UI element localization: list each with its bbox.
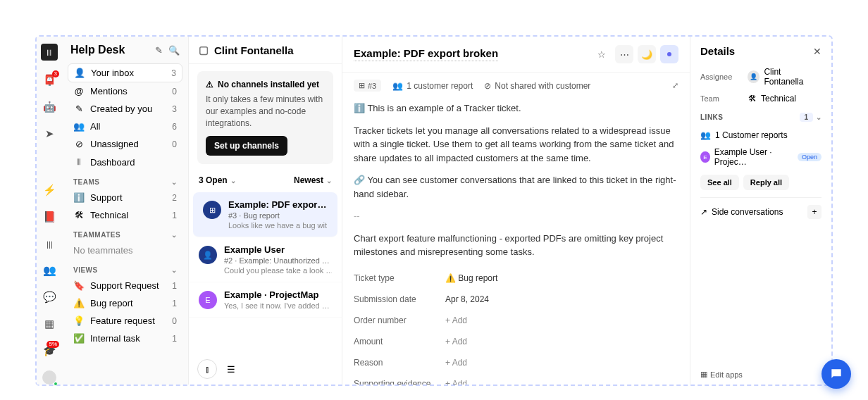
nav-item-created-by-you[interactable]: ✎ Created by you 3: [68, 100, 182, 118]
nav-item-your-inbox[interactable]: 👤 Your inbox 3: [68, 63, 182, 82]
chevron-down-icon[interactable]: ⌄: [171, 266, 178, 274]
rail-grad-icon[interactable]: 🎓5%: [42, 344, 56, 358]
nav-item-icon: 🔖: [73, 280, 85, 291]
view-internal-task[interactable]: ✅ Internal task 1: [68, 330, 182, 347]
rail-grid-icon[interactable]: ▦: [42, 317, 56, 331]
nav-item-count: 1: [172, 299, 177, 308]
filter-sort[interactable]: Newest⌄: [294, 175, 332, 185]
star-icon[interactable]: ☆: [593, 45, 611, 63]
nav-item-label: Your inbox: [91, 68, 166, 78]
ticket-tag[interactable]: ⊞#3: [354, 80, 381, 92]
field-label: Reason: [354, 356, 445, 369]
nav-item-label: Feature request: [90, 315, 166, 326]
app-logo[interactable]: ⫼: [41, 44, 58, 61]
view-support-request[interactable]: 🔖 Support Request 1: [68, 277, 182, 294]
add-side-conv-button[interactable]: +: [807, 205, 822, 219]
conversation-item[interactable]: E Example · ProjectMap Yes, I see it now…: [189, 282, 342, 318]
layout-split-icon[interactable]: ⫿: [197, 359, 217, 379]
see-all-button[interactable]: See all: [700, 175, 739, 190]
ticket-title[interactable]: Example: PDF export broken: [354, 47, 498, 61]
conv-preview: Looks like we have a bug wit…: [228, 221, 328, 230]
field-value[interactable]: + Add: [445, 356, 467, 369]
messenger-fab[interactable]: [822, 359, 851, 389]
search-icon[interactable]: 🔍: [168, 45, 180, 56]
chevron-down-icon[interactable]: ⌄: [816, 113, 822, 121]
details-panel: Details ✕ Assignee 👤Clint Fontanella Tea…: [690, 37, 831, 385]
field-label: Supporting evidence: [354, 377, 445, 385]
compose-icon[interactable]: ✎: [155, 45, 163, 56]
nav-item-label: Mentions: [90, 86, 166, 96]
nav-item-icon: ℹ️: [73, 192, 85, 203]
nav-item-mentions[interactable]: @ Mentions 0: [68, 82, 182, 100]
conversation-item[interactable]: ⊞ Example: PDF export broken #3 · Bug re…: [193, 192, 337, 237]
collapse-icon[interactable]: ⤢: [672, 81, 678, 90]
rail-chart-icon[interactable]: ⫼: [42, 237, 56, 251]
rail-bolt-icon[interactable]: ⚡: [42, 183, 56, 197]
layout-list-icon[interactable]: ☰: [221, 359, 241, 379]
nav-item-label: Unassigned: [90, 139, 166, 149]
field-value[interactable]: + Add: [445, 314, 467, 327]
no-teammates: No teammates: [68, 242, 182, 259]
rail-avatar[interactable]: [42, 370, 56, 385]
nav-sidebar: Help Desk ✎ 🔍 👤 Your inbox 3 @ Mentions …: [62, 37, 189, 385]
field-label: Submission date: [354, 293, 445, 306]
ticket-p1: ℹ️ This is an example of a Tracker ticke…: [354, 101, 678, 115]
field-value[interactable]: + Add: [445, 377, 467, 385]
nav-item-count: 3: [172, 104, 177, 114]
field-row: Order number + Add: [354, 310, 678, 331]
more-icon[interactable]: ⋯: [615, 45, 633, 63]
conv-list-title: Clint Fontanella: [214, 44, 294, 56]
section-views: VIEWS: [73, 266, 98, 274]
nav-item-all[interactable]: 👥 All 6: [68, 118, 182, 135]
field-value: Apr 8, 2024: [445, 293, 489, 306]
warning-icon: ⚠: [206, 80, 213, 89]
rail-msg-icon[interactable]: 💬: [42, 290, 56, 304]
filter-open[interactable]: 3 Open⌄: [199, 175, 236, 185]
conv-title: Example: PDF export broken: [228, 199, 328, 210]
field-value[interactable]: + Add: [445, 335, 467, 348]
conv-subtitle: #3 · Bug report: [228, 211, 328, 220]
nav-item-dashboard[interactable]: ⫴ Dashboard: [68, 153, 182, 171]
nav-item-unassigned[interactable]: ⊘ Unassigned 0: [68, 135, 182, 153]
team-support[interactable]: ℹ️ Support 2: [68, 189, 182, 206]
side-conversations[interactable]: ↗Side conversations: [700, 207, 783, 217]
linked-conversation[interactable]: EExample User · Projec…Open: [700, 144, 822, 170]
nav-item-count: 6: [172, 122, 177, 132]
rail-send-icon[interactable]: ➤: [42, 127, 56, 141]
chevron-down-icon[interactable]: ⌄: [171, 178, 178, 186]
view-bug-report[interactable]: ⚠️ Bug report 1: [68, 294, 182, 312]
view-feature-request[interactable]: 💡 Feature request 0: [68, 312, 182, 330]
nav-item-icon: ⊘: [73, 139, 85, 149]
nav-item-count: 2: [172, 193, 177, 203]
nav-item-icon: ⚠️: [73, 298, 85, 308]
status-dot[interactable]: [660, 45, 678, 63]
conversation-list: ▢ Clint Fontanella ⚠No channels installe…: [189, 37, 342, 385]
customer-reports-link[interactable]: 👥1 Customer reports: [700, 127, 822, 144]
chevron-down-icon[interactable]: ⌄: [171, 231, 178, 239]
assignee-value[interactable]: 👤Clint Fontanella: [748, 67, 822, 87]
channels-banner: ⚠No channels installed yet It only takes…: [197, 71, 333, 164]
field-row: Amount + Add: [354, 331, 678, 352]
nav-item-label: Internal task: [90, 333, 166, 344]
nav-item-icon: ✎: [73, 104, 85, 114]
setup-channels-button[interactable]: Set up channels: [206, 136, 287, 156]
reply-all-button[interactable]: Reply all: [743, 175, 789, 190]
rail-book-icon[interactable]: 📕: [42, 210, 56, 224]
rail-inbox-icon[interactable]: 📮3: [42, 73, 56, 87]
team-value[interactable]: 🛠Technical: [748, 94, 796, 104]
rail-people-icon[interactable]: 👥: [42, 263, 56, 277]
edit-apps-button[interactable]: ▦Edit apps: [700, 370, 743, 379]
app-rail: ⫼ 📮3 🤖 ➤ ⚡ 📕 ⫼ 👥 💬 ▦ 🎓5%: [37, 37, 62, 385]
back-icon[interactable]: ▢: [199, 44, 209, 56]
nav-item-label: Dashboard: [90, 157, 171, 168]
details-title: Details: [700, 45, 735, 57]
ticket-p3: 🔗 You can see customer conversations tha…: [354, 173, 678, 201]
customer-reports[interactable]: 👥1 customer report: [392, 81, 473, 91]
team-technical[interactable]: 🛠 Technical 1: [68, 206, 182, 224]
rail-ai-icon[interactable]: 🤖: [42, 100, 56, 114]
conversation-item[interactable]: 👤 Example User #2 · Example: Unauthorize…: [189, 237, 342, 282]
close-icon[interactable]: ✕: [813, 46, 822, 57]
divider: --: [354, 209, 678, 223]
avatar: 👤: [199, 246, 217, 264]
snooze-icon[interactable]: 🌙: [638, 45, 656, 63]
